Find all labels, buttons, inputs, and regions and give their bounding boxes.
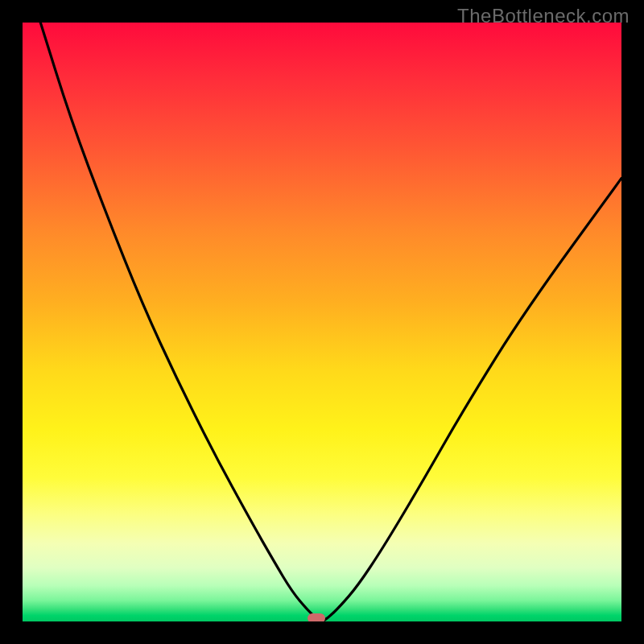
bottleneck-curve [23, 23, 621, 621]
watermark-text: TheBottleneck.com [457, 5, 630, 27]
curve-path [40, 23, 621, 621]
plot-area [23, 23, 621, 621]
minimum-marker [308, 613, 325, 621]
chart-frame: TheBottleneck.com [0, 0, 644, 644]
